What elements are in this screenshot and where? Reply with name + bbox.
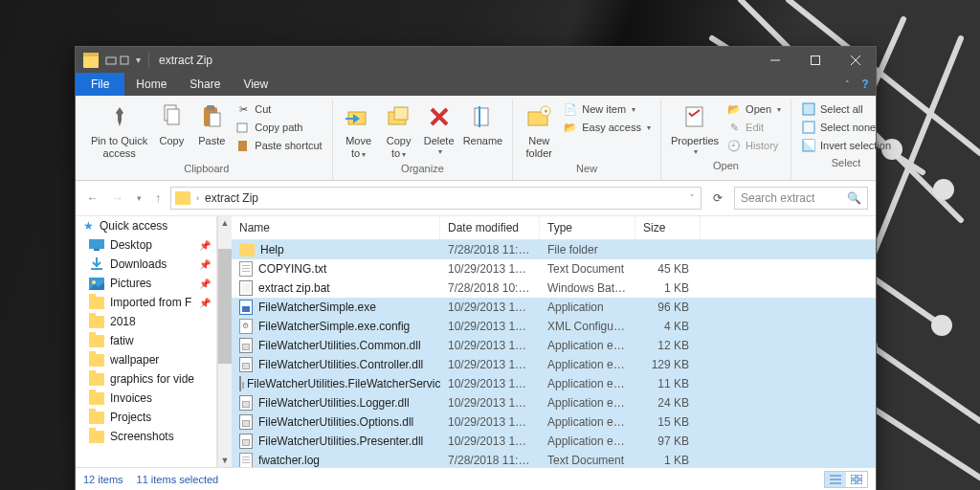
table-row[interactable]: Help7/28/2018 11:06 PMFile folder [232, 240, 876, 259]
copy-button[interactable]: Copy [151, 100, 191, 149]
scissors-icon: ✂ [235, 101, 251, 117]
table-row[interactable]: FileWatcherUtilities.FileWatcherServiceC… [232, 374, 876, 393]
properties-button[interactable]: Properties▾ [667, 100, 723, 158]
copy-path-button[interactable]: Copy path [235, 120, 322, 135]
refresh-button[interactable]: ⟳ [707, 191, 728, 205]
column-date[interactable]: Date modified [440, 216, 540, 239]
file-name: FileWatcherSimple.exe [258, 301, 376, 314]
back-button[interactable]: ← [83, 189, 102, 207]
file-name: Help [260, 243, 284, 256]
table-row[interactable]: fwatcher.log7/28/2018 11:06 PMText Docum… [232, 451, 876, 467]
chevron-down-icon[interactable]: ˅ [688, 193, 697, 203]
edit-icon: ✎ [726, 120, 742, 135]
table-row[interactable]: FileWatcherSimple.exe10/29/2013 10:13App… [232, 298, 876, 317]
paste-shortcut-button[interactable]: Paste shortcut [235, 138, 322, 153]
qat-dropdown-icon[interactable]: ▾ [131, 55, 145, 65]
sidebar-item[interactable]: 2018 [76, 312, 216, 331]
column-name[interactable]: Name [232, 216, 440, 239]
table-row[interactable]: extract zip.bat7/28/2018 10:55 PMWindows… [232, 278, 876, 298]
paste-button[interactable]: Paste [191, 100, 232, 149]
column-type[interactable]: Type [540, 216, 635, 239]
new-item-button[interactable]: 📄New item▾ [563, 101, 651, 117]
svg-rect-25 [210, 113, 220, 126]
sidebar-item[interactable]: ★Quick access [76, 216, 216, 235]
pictures-icon [89, 278, 104, 290]
easy-access-button[interactable]: 📂Easy access▾ [563, 120, 651, 135]
qat-item[interactable] [118, 55, 131, 66]
cut-button[interactable]: ✂Cut [235, 101, 322, 117]
file-icon [239, 300, 253, 315]
folder-icon [83, 53, 99, 68]
tab-home[interactable]: Home [124, 73, 178, 96]
recent-locations-icon[interactable]: ▾ [133, 191, 145, 205]
item-count: 12 items [83, 474, 123, 485]
breadcrumb[interactable]: › extract Zip ˅ [170, 187, 702, 210]
minimize-button[interactable] [755, 47, 795, 73]
rename-button[interactable]: Rename [459, 100, 507, 149]
table-row[interactable]: FileWatcherSimple.exe.config10/29/2013 1… [232, 317, 876, 336]
file-type: Application extens [540, 415, 635, 429]
svg-rect-24 [207, 105, 214, 110]
sidebar-item[interactable]: Invoices [76, 389, 216, 408]
sidebar-item[interactable]: graphics for vide [76, 369, 216, 389]
file-size: 15 KB [635, 415, 701, 429]
table-row[interactable]: FileWatcherUtilities.Options.dll10/29/20… [232, 412, 876, 432]
sidebar-item-label: Imported from F [110, 296, 191, 309]
breadcrumb-item[interactable]: extract Zip [205, 191, 258, 205]
open-button[interactable]: 📂Open▾ [726, 101, 781, 117]
sidebar-item[interactable]: Pictures📌 [76, 274, 216, 293]
maximize-button[interactable] [795, 47, 835, 73]
delete-button[interactable]: Delete▾ [419, 100, 459, 158]
sidebar-item[interactable]: wallpaper [76, 350, 216, 369]
file-icon [239, 338, 253, 353]
sidebar-item[interactable]: fatiw [76, 331, 216, 350]
folder-icon [89, 316, 104, 328]
table-row[interactable]: FileWatcherUtilities.Controller.dll10/29… [232, 355, 876, 374]
details-view-button[interactable] [825, 472, 846, 487]
new-folder-button[interactable]: ✦New folder [519, 100, 559, 161]
table-row[interactable]: FileWatcherUtilities.Presenter.dll10/29/… [232, 432, 876, 451]
table-row[interactable]: COPYING.txt10/29/2013 10:07Text Document… [232, 259, 876, 278]
scrollbar[interactable]: ▲ ▼ [217, 216, 232, 467]
close-button[interactable] [835, 47, 876, 73]
file-name: COPYING.txt [258, 262, 326, 276]
svg-rect-26 [237, 123, 247, 132]
qat-item[interactable] [104, 55, 118, 66]
select-all-button[interactable]: Select all [801, 101, 891, 117]
folder-icon [89, 412, 104, 424]
invert-selection-button[interactable]: Invert selection [801, 138, 891, 153]
forward-button[interactable]: → [108, 189, 127, 207]
svg-point-14 [931, 315, 952, 336]
file-size: 24 KB [635, 396, 701, 410]
search-input[interactable]: Search extract 🔍 [734, 187, 868, 210]
move-to-button[interactable]: Move to▾ [339, 100, 379, 161]
up-button[interactable]: ↑ [151, 189, 165, 207]
table-row[interactable]: FileWatcherUtilities.Common.dll10/29/201… [232, 336, 876, 355]
file-date: 10/29/2013 10:07 [440, 320, 540, 333]
help-icon[interactable]: ? [855, 73, 876, 96]
file-menu[interactable]: File [76, 73, 124, 96]
group-open: Properties▾ 📂Open▾ ✎Edit 🕘History Open [661, 100, 791, 180]
scroll-down-icon[interactable]: ▼ [221, 454, 230, 467]
edit-button: ✎Edit [726, 120, 781, 135]
content-area: ★Quick accessDesktop📌Downloads📌Pictures📌… [76, 216, 876, 467]
sidebar-item[interactable]: Downloads📌 [76, 255, 216, 274]
svg-rect-32 [479, 106, 480, 127]
column-size[interactable]: Size [635, 216, 701, 239]
pin-quick-access-button[interactable]: Pin to Quick access [87, 100, 151, 161]
select-none-button[interactable]: Select none [801, 120, 891, 135]
collapse-ribbon-icon[interactable]: ˄ [839, 73, 855, 96]
tab-view[interactable]: View [232, 73, 279, 96]
sidebar-item[interactable]: Imported from F📌 [76, 293, 216, 312]
scroll-up-icon[interactable]: ▲ [221, 216, 230, 230]
scrollbar-thumb[interactable] [218, 249, 232, 364]
tab-share[interactable]: Share [178, 73, 232, 96]
table-row[interactable]: FileWatcherUtilities.Logger.dll10/29/201… [232, 393, 876, 412]
sidebar-item[interactable]: Desktop📌 [76, 235, 216, 255]
icons-view-button[interactable] [846, 472, 867, 487]
file-icon [239, 261, 253, 277]
sidebar-item[interactable]: Projects [76, 408, 216, 427]
sidebar-item[interactable]: Screenshots [76, 427, 216, 446]
new-folder-icon: ✦ [525, 101, 552, 132]
copy-to-button[interactable]: Copy to▾ [379, 100, 419, 161]
